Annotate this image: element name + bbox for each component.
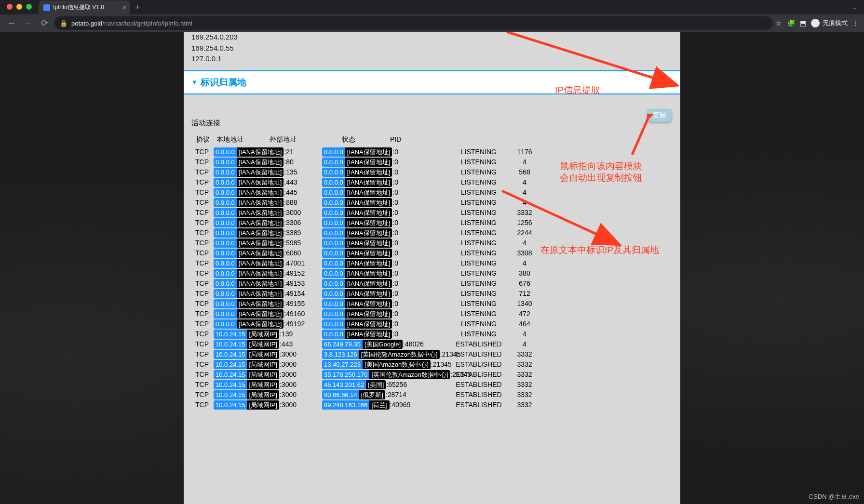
location-tag: [局域网IP] <box>247 340 279 349</box>
location-tag: [局域网IP] <box>247 360 279 369</box>
minimize-icon[interactable] <box>16 4 22 10</box>
table-row: TCP0.0.0.0[IANA保留地址]:491550.0.0.0[IANA保留… <box>191 299 673 309</box>
cell-proto: TCP <box>191 248 214 258</box>
location-tag: [局域网IP] <box>247 350 279 359</box>
accordion-header[interactable]: ▼ 标识归属地 <box>184 70 680 94</box>
ip-tag: 0.0.0.0 <box>322 319 345 329</box>
location-tag: [局域网IP] <box>247 370 279 379</box>
table-row: TCP10.0.24.15[局域网IP]:30003.8.123.126[英国伦… <box>191 349 673 359</box>
ip-tag: 0.0.0.0 <box>322 289 345 298</box>
cell-state: LISTENING <box>450 258 508 268</box>
location-tag: [英国伦敦Amazon数据中心] <box>369 370 450 379</box>
cell-ext-port: :0 <box>392 218 398 228</box>
watermark: CSDN @土豆.exe <box>809 492 859 501</box>
forward-button[interactable]: → <box>21 18 35 28</box>
url-field[interactable]: 🔒 potato.gold/navbar/tool/getIpInfo/IpIn… <box>54 16 773 30</box>
ip-tag: 0.0.0.0 <box>322 158 345 167</box>
table-body: TCP0.0.0.0[IANA保留地址]:210.0.0.0[IANA保留地址]… <box>191 147 673 410</box>
cell-ext-port: :65256 <box>386 380 407 390</box>
location-tag: [IANA保留地址] <box>237 228 284 238</box>
ip-tag: 0.0.0.0 <box>322 147 345 157</box>
cell-pid: 3308 <box>508 248 541 258</box>
ip-tag: 0.0.0.0 <box>214 309 237 318</box>
location-tag: [IANA保留地址] <box>345 188 392 197</box>
ip-tag: 0.0.0.0 <box>214 158 237 167</box>
cell-ext-port: :0 <box>392 187 398 198</box>
cell-local-port: :80 <box>284 157 293 167</box>
cell-pid: 4 <box>508 177 541 187</box>
location-tag: [IANA保留地址] <box>345 218 392 227</box>
browser-tab[interactable]: IpInfo信息提取 V1.0 × <box>39 0 130 14</box>
reload-button[interactable]: ⟳ <box>38 18 51 28</box>
tab-title: IpInfo信息提取 V1.0 <box>53 3 104 12</box>
cell-proto: TCP <box>191 400 214 410</box>
ip-tag: 0.0.0.0 <box>214 249 237 258</box>
location-tag: [IANA保留地址] <box>237 178 284 187</box>
location-tag: [IANA保留地址] <box>345 147 392 157</box>
cell-pid: 3332 <box>508 380 541 390</box>
copy-button[interactable]: 复制 <box>648 109 672 122</box>
new-tab-button[interactable]: + <box>130 0 145 14</box>
cell-pid: 712 <box>508 289 541 299</box>
location-tag: [IANA保留地址] <box>345 198 392 207</box>
table-row: TCP0.0.0.0[IANA保留地址]:491540.0.0.0[IANA保留… <box>191 289 673 299</box>
cell-pid: 464 <box>508 319 541 329</box>
extensions-icon[interactable]: 🧩 <box>787 19 795 27</box>
cell-local-port: :3000 <box>279 380 297 390</box>
ip-tag: 10.0.24.15 <box>214 370 247 379</box>
content-title: 活动连接 <box>191 119 673 128</box>
maximize-icon[interactable] <box>26 4 32 10</box>
update-icon[interactable]: ⬒ <box>800 19 806 27</box>
cell-proto: TCP <box>191 370 214 380</box>
cell-state: LISTENING <box>450 309 508 319</box>
menu-icon[interactable]: ⋮ <box>852 19 859 27</box>
location-tag: [IANA保留地址] <box>345 168 392 177</box>
back-button[interactable]: ← <box>5 18 18 28</box>
table-row: TCP0.0.0.0[IANA保留地址]:491600.0.0.0[IANA保留… <box>191 309 673 319</box>
lock-icon: 🔒 <box>60 20 68 27</box>
viewport: 169.254.0.203 169.254.0.55 127.0.0.1 ▼ 标… <box>0 32 864 504</box>
ip-tag: 0.0.0.0 <box>322 299 345 308</box>
cell-pid: 3332 <box>508 349 541 359</box>
cell-local-port: :3000 <box>279 370 297 380</box>
cell-state: LISTENING <box>450 329 508 339</box>
cell-ext-port: :0 <box>392 198 398 208</box>
location-tag: [局域网IP] <box>247 380 279 389</box>
table-row: TCP0.0.0.0[IANA保留地址]:491530.0.0.0[IANA保留… <box>191 279 673 289</box>
table-row: TCP10.0.24.15[局域网IP]:300045.143.201.62[美… <box>191 380 673 390</box>
cell-ext-port: :21345 <box>431 359 452 370</box>
cell-proto: TCP <box>191 359 214 370</box>
cell-local-port: :6060 <box>284 248 301 258</box>
location-tag: [IANA保留地址] <box>237 299 284 308</box>
star-icon[interactable]: ☆ <box>776 19 782 27</box>
location-tag: [IANA保留地址] <box>345 208 392 217</box>
table-row: TCP0.0.0.0[IANA保留地址]:8880.0.0.0[IANA保留地址… <box>191 198 673 208</box>
cell-state: LISTENING <box>450 187 508 198</box>
cell-local-port: :3000 <box>279 390 297 400</box>
ip-tag: 0.0.0.0 <box>322 279 345 288</box>
tab-close-icon[interactable]: × <box>122 4 126 12</box>
location-tag: [美国Amazon数据中心] <box>363 360 431 369</box>
ip-tag: 80.66.66.14 <box>322 390 359 399</box>
tab-favicon-icon <box>43 4 50 11</box>
close-icon[interactable] <box>7 4 13 10</box>
cell-state: LISTENING <box>450 218 508 228</box>
ip-tag: 0.0.0.0 <box>322 259 345 268</box>
ip-tag: 0.0.0.0 <box>214 259 237 268</box>
th-ext: 外部地址 <box>270 135 342 144</box>
location-tag: [IANA保留地址] <box>237 198 284 207</box>
cell-pid: 4 <box>508 157 541 167</box>
cell-local-port: :3306 <box>284 218 301 228</box>
cell-local-port: :21 <box>284 147 293 157</box>
cell-pid: 1256 <box>508 218 541 228</box>
ip-tag: 3.8.123.126 <box>322 350 359 359</box>
cell-pid: 3332 <box>508 208 541 218</box>
cell-local-port: :47001 <box>284 258 305 268</box>
cell-state: LISTENING <box>450 238 508 248</box>
cell-ext-port: :0 <box>392 147 398 157</box>
chevron-down-icon[interactable]: ⌄ <box>852 3 857 11</box>
cell-ext-port: :40969 <box>390 400 411 410</box>
location-tag: [IANA保留地址] <box>345 178 392 187</box>
location-tag: [IANA保留地址] <box>237 269 284 278</box>
cell-state: LISTENING <box>450 228 508 238</box>
